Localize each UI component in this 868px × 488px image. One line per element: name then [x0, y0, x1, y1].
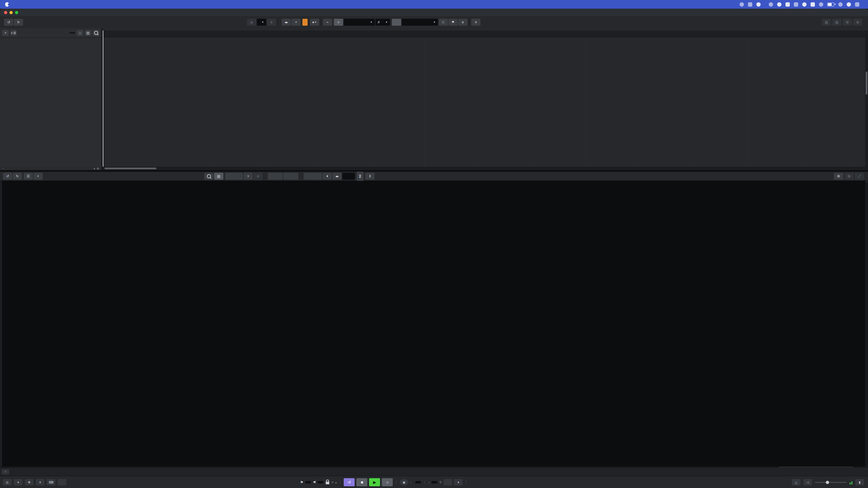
link-button[interactable] — [225, 173, 243, 180]
window-layout-icon[interactable]: ⊞ — [843, 19, 852, 26]
mixer-redo-button[interactable]: ↻ — [13, 173, 22, 180]
bank-right-icon[interactable]: ◂▸ — [333, 173, 342, 180]
quantize-edit-icon[interactable]: e — [458, 19, 467, 26]
control-room-volume-slider[interactable] — [815, 482, 847, 483]
mixer-undo-button[interactable]: ↺ — [3, 173, 12, 180]
arrange-horizontal-scrollbar[interactable] — [103, 167, 868, 170]
keyboard-focus-icon[interactable]: ⌨ — [47, 479, 55, 485]
split-tool-state[interactable] — [302, 19, 308, 26]
shield-icon[interactable] — [748, 2, 752, 7]
tempo-value[interactable] — [431, 481, 437, 483]
redo-button[interactable]: ↻ — [14, 19, 23, 26]
play-status-icon[interactable] — [802, 2, 807, 7]
right-locator-value[interactable] — [318, 481, 323, 483]
workspace-icon[interactable]: ◎ — [3, 479, 11, 485]
automation-icon[interactable]: ⟁ — [247, 19, 256, 26]
mixer-functions-gear-icon[interactable]: ⚙ — [834, 173, 843, 180]
lower-zone-icon[interactable]: ▥ — [832, 19, 841, 26]
play-button[interactable]: ▶ — [369, 478, 380, 486]
battery-icon[interactable] — [827, 3, 834, 6]
control-center-icon[interactable] — [855, 2, 859, 7]
quantize-icon[interactable] — [392, 19, 401, 26]
track-settings-gear-icon[interactable]: ⚙ — [97, 167, 99, 170]
link-edit-icon[interactable]: e — [253, 173, 262, 180]
snap-type-icon[interactable]: ⊹ — [334, 19, 343, 26]
absolute-link-button[interactable] — [283, 173, 299, 180]
punch-in-icon[interactable]: ▾ — [332, 480, 333, 484]
workspace-caret[interactable]: ▾ — [14, 479, 23, 485]
snap-status-icon[interactable]: ✥ — [25, 479, 33, 485]
track-scroll-down-icon[interactable]: ▾ — [93, 167, 95, 170]
project-cursor[interactable] — [103, 31, 103, 167]
home-icon[interactable]: ⌂ — [77, 30, 83, 36]
monitor-speaker-icon[interactable]: ◁ — [803, 479, 812, 485]
cycle-button[interactable]: ↺ — [344, 478, 354, 486]
automation-mode-select[interactable]: ▼ — [257, 19, 266, 26]
suspend-link-button[interactable] — [268, 173, 283, 180]
left-locator-value[interactable] — [305, 481, 311, 483]
calendar-icon[interactable] — [811, 2, 815, 7]
link-options-caret[interactable]: ▼ — [244, 173, 253, 180]
zoom-out-tracks[interactable]: − — [2, 167, 4, 170]
mixer-expand-icon[interactable]: ⤢ — [855, 173, 864, 180]
mixer-views-icon[interactable]: ☰ — [24, 173, 33, 180]
user-icon[interactable] — [819, 2, 823, 7]
apple-menu-icon[interactable] — [5, 2, 9, 7]
vpn-shield-icon[interactable] — [794, 2, 798, 7]
right-zone-icon[interactable]: ▤ — [822, 19, 831, 26]
tempo-mode-caret[interactable]: ▾ — [454, 479, 463, 485]
fixed-lanes-icon[interactable]: ≡ — [471, 19, 480, 26]
close-lower-zone-icon[interactable]: × — [2, 469, 9, 475]
mixer-views-caret[interactable]: ▼ — [33, 173, 43, 180]
bank-left-icon[interactable]: ⏴ — [322, 173, 332, 180]
mixer-window-icon[interactable]: ⊞ — [844, 173, 854, 180]
quantize-panel-icon[interactable]: ⚑ — [448, 19, 458, 26]
zoom-window-button[interactable] — [15, 11, 18, 14]
close-window-button[interactable] — [4, 11, 7, 14]
tempo-spin-icons[interactable]: ⇅ — [439, 480, 442, 484]
grid-type-select[interactable]: ▼ — [344, 19, 375, 26]
auto-scroll-options-button[interactable]: ▼ — [291, 19, 301, 26]
stop-button[interactable]: ■ — [356, 478, 367, 486]
punch-out-icon[interactable]: ▴ — [335, 480, 337, 484]
quantize-preset-select[interactable]: ▼ — [402, 19, 438, 26]
outlook-icon[interactable] — [785, 2, 790, 7]
notification-icon[interactable] — [769, 2, 773, 7]
color-menu-button[interactable]: ●▼ — [310, 19, 319, 26]
qlink-button[interactable] — [304, 173, 322, 180]
wifi-icon[interactable] — [838, 2, 843, 7]
track-list-options-icon[interactable]: ▤ — [85, 30, 91, 36]
find-track-icon[interactable] — [93, 30, 99, 36]
locators-lock-icon[interactable] — [325, 481, 330, 485]
meter-hold-icon[interactable]: ⋈ — [356, 172, 364, 181]
mixer-channel-list-icon[interactable]: ▤ — [214, 173, 223, 180]
transport-position-value[interactable] — [415, 481, 421, 483]
arrange-vertical-scrollbar[interactable] — [865, 31, 868, 167]
onedrive-icon[interactable] — [756, 2, 761, 7]
openai-icon[interactable] — [740, 2, 744, 7]
tap-tempo-button[interactable] — [443, 479, 452, 485]
audition-quantize-badge[interactable] — [58, 479, 66, 485]
undo-button[interactable]: ↺ — [4, 19, 13, 26]
minimize-window-button[interactable] — [9, 11, 13, 14]
auto-scroll-button[interactable]: ◂▸ — [282, 19, 291, 26]
bank-size-value[interactable] — [342, 173, 355, 180]
mixer-find-icon[interactable] — [204, 173, 214, 180]
timeline-ruler[interactable] — [103, 31, 868, 37]
track-visibility-button[interactable]: ◐≣ — [10, 30, 17, 36]
iterative-quantize-icon[interactable]: ⤬ — [439, 19, 448, 26]
add-track-button[interactable]: + — [2, 30, 9, 36]
record-status-icon[interactable] — [777, 2, 781, 7]
snap-status-caret[interactable]: ▾ — [36, 479, 44, 485]
preroll-icon[interactable]: ◉ — [400, 479, 408, 485]
mixer-vertical-scrollbar[interactable]: ^ — [865, 181, 868, 466]
performance-meter-icon[interactable]: ▮ — [855, 479, 864, 485]
event-display-area[interactable] — [103, 28, 868, 170]
grid-adapt-select[interactable]: # ▼ — [375, 19, 390, 26]
setup-toolbar-icon[interactable]: ≣ — [853, 19, 862, 26]
spotlight-search-icon[interactable] — [847, 2, 851, 7]
metronome-click-icon[interactable]: △ — [792, 479, 801, 485]
channel-width-icon[interactable]: ⇕ — [365, 173, 375, 180]
automation-edit-icon[interactable]: e — [267, 19, 276, 26]
record-button[interactable]: ○ — [382, 478, 393, 486]
